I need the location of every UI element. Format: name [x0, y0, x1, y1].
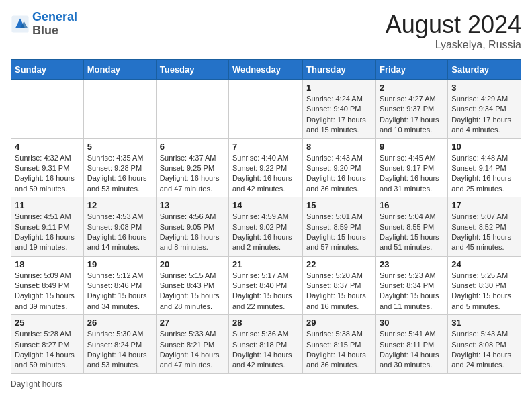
day-number: 10: [451, 142, 517, 152]
day-number: 17: [451, 200, 517, 210]
day-number: 28: [232, 318, 299, 328]
day-number: 9: [380, 142, 444, 152]
day-number: 5: [87, 142, 152, 152]
day-number: 22: [306, 259, 372, 269]
day-info: Sunrise: 4:37 AMSunset: 9:25 PMDaylight:…: [160, 153, 225, 195]
logo-icon: [11, 15, 30, 34]
day-number: 18: [15, 259, 80, 269]
day-number: 16: [380, 200, 444, 210]
day-cell: 7Sunrise: 4:40 AMSunset: 9:22 PMDaylight…: [228, 138, 302, 197]
day-info: Sunrise: 4:43 AMSunset: 9:20 PMDaylight:…: [306, 153, 372, 195]
day-info: Sunrise: 5:25 AMSunset: 8:30 PMDaylight:…: [451, 271, 517, 312]
day-info: Sunrise: 4:53 AMSunset: 9:08 PMDaylight:…: [87, 212, 152, 253]
week-row-5: 25Sunrise: 5:28 AMSunset: 8:27 PMDayligh…: [11, 315, 521, 374]
day-number: 2: [380, 83, 444, 93]
day-info: Sunrise: 5:20 AMSunset: 8:37 PMDaylight:…: [306, 271, 372, 312]
day-number: 24: [451, 259, 517, 269]
day-cell: 10Sunrise: 4:48 AMSunset: 9:14 PMDayligh…: [448, 138, 521, 197]
day-number: 8: [306, 142, 372, 152]
day-info: Sunrise: 4:40 AMSunset: 9:22 PMDaylight:…: [232, 153, 299, 195]
day-cell: 24Sunrise: 5:25 AMSunset: 8:30 PMDayligh…: [448, 256, 521, 315]
day-info: Sunrise: 5:30 AMSunset: 8:24 PMDaylight:…: [87, 329, 152, 371]
day-cell: 18Sunrise: 5:09 AMSunset: 8:49 PMDayligh…: [11, 256, 84, 315]
day-info: Sunrise: 5:12 AMSunset: 8:46 PMDaylight:…: [87, 271, 152, 312]
calendar-subtitle: Lyaskelya, Russia: [386, 39, 521, 51]
page-header: GeneralBlue August 2024 Lyaskelya, Russi…: [11, 11, 521, 51]
day-cell: [156, 80, 228, 139]
day-cell: [228, 80, 302, 139]
day-cell: 4Sunrise: 4:32 AMSunset: 9:31 PMDaylight…: [11, 138, 84, 197]
day-cell: 21Sunrise: 5:17 AMSunset: 8:40 PMDayligh…: [228, 256, 302, 315]
day-cell: 29Sunrise: 5:38 AMSunset: 8:15 PMDayligh…: [303, 315, 376, 374]
day-info: Sunrise: 4:35 AMSunset: 9:28 PMDaylight:…: [87, 153, 152, 195]
day-info: Sunrise: 5:15 AMSunset: 8:43 PMDaylight:…: [160, 271, 225, 312]
day-cell: 27Sunrise: 5:33 AMSunset: 8:21 PMDayligh…: [156, 315, 228, 374]
day-cell: 23Sunrise: 5:23 AMSunset: 8:34 PMDayligh…: [375, 256, 447, 315]
day-number: 1: [306, 83, 372, 93]
day-number: 25: [15, 318, 80, 328]
calendar-header-row: SundayMondayTuesdayWednesdayThursdayFrid…: [11, 60, 521, 80]
day-cell: 17Sunrise: 5:07 AMSunset: 8:52 PMDayligh…: [448, 197, 521, 257]
day-number: 3: [451, 83, 517, 93]
day-info: Sunrise: 5:36 AMSunset: 8:18 PMDaylight:…: [232, 329, 299, 371]
day-cell: 25Sunrise: 5:28 AMSunset: 8:27 PMDayligh…: [11, 315, 84, 374]
day-info: Sunrise: 4:32 AMSunset: 9:31 PMDaylight:…: [15, 153, 80, 195]
day-cell: 3Sunrise: 4:29 AMSunset: 9:34 PMDaylight…: [448, 80, 521, 139]
day-number: 4: [15, 142, 80, 152]
day-cell: 31Sunrise: 5:43 AMSunset: 8:08 PMDayligh…: [448, 315, 521, 374]
footer-note: Daylight hours: [11, 379, 521, 389]
day-number: 30: [380, 318, 444, 328]
day-info: Sunrise: 4:51 AMSunset: 9:11 PMDaylight:…: [15, 212, 80, 253]
day-info: Sunrise: 5:07 AMSunset: 8:52 PMDaylight:…: [451, 212, 517, 253]
day-number: 13: [160, 200, 225, 210]
day-info: Sunrise: 5:09 AMSunset: 8:49 PMDaylight:…: [15, 271, 80, 312]
day-number: 11: [15, 200, 80, 210]
day-cell: 8Sunrise: 4:43 AMSunset: 9:20 PMDaylight…: [303, 138, 376, 197]
title-block: August 2024 Lyaskelya, Russia: [386, 11, 521, 51]
day-info: Sunrise: 4:27 AMSunset: 9:37 PMDaylight:…: [380, 94, 444, 136]
day-cell: 20Sunrise: 5:15 AMSunset: 8:43 PMDayligh…: [156, 256, 228, 315]
header-wednesday: Wednesday: [228, 60, 302, 80]
day-cell: 11Sunrise: 4:51 AMSunset: 9:11 PMDayligh…: [11, 197, 84, 257]
day-cell: 15Sunrise: 5:01 AMSunset: 8:59 PMDayligh…: [303, 197, 376, 257]
day-cell: 5Sunrise: 4:35 AMSunset: 9:28 PMDaylight…: [83, 138, 156, 197]
day-info: Sunrise: 5:38 AMSunset: 8:15 PMDaylight:…: [306, 329, 372, 371]
day-cell: [11, 80, 84, 139]
day-cell: 6Sunrise: 4:37 AMSunset: 9:25 PMDaylight…: [156, 138, 228, 197]
day-number: 14: [232, 200, 299, 210]
day-cell: 1Sunrise: 4:24 AMSunset: 9:40 PMDaylight…: [303, 80, 376, 139]
day-info: Sunrise: 4:24 AMSunset: 9:40 PMDaylight:…: [306, 94, 372, 136]
day-number: 27: [160, 318, 225, 328]
calendar-body: 1Sunrise: 4:24 AMSunset: 9:40 PMDaylight…: [11, 80, 521, 374]
day-cell: 22Sunrise: 5:20 AMSunset: 8:37 PMDayligh…: [303, 256, 376, 315]
day-number: 26: [87, 318, 152, 328]
header-monday: Monday: [83, 60, 156, 80]
day-cell: 9Sunrise: 4:45 AMSunset: 9:17 PMDaylight…: [375, 138, 447, 197]
header-friday: Friday: [375, 60, 447, 80]
day-cell: 16Sunrise: 5:04 AMSunset: 8:55 PMDayligh…: [375, 197, 447, 257]
day-number: 19: [87, 259, 152, 269]
calendar-title: August 2024: [386, 11, 521, 39]
day-info: Sunrise: 5:17 AMSunset: 8:40 PMDaylight:…: [232, 271, 299, 312]
week-row-2: 4Sunrise: 4:32 AMSunset: 9:31 PMDaylight…: [11, 138, 521, 197]
day-info: Sunrise: 4:56 AMSunset: 9:05 PMDaylight:…: [160, 212, 225, 253]
day-info: Sunrise: 4:29 AMSunset: 9:34 PMDaylight:…: [451, 94, 517, 136]
week-row-1: 1Sunrise: 4:24 AMSunset: 9:40 PMDaylight…: [11, 80, 521, 139]
day-cell: 26Sunrise: 5:30 AMSunset: 8:24 PMDayligh…: [83, 315, 156, 374]
day-info: Sunrise: 5:28 AMSunset: 8:27 PMDaylight:…: [15, 329, 80, 371]
day-cell: 12Sunrise: 4:53 AMSunset: 9:08 PMDayligh…: [83, 197, 156, 257]
header-sunday: Sunday: [11, 60, 84, 80]
header-tuesday: Tuesday: [156, 60, 228, 80]
day-cell: [83, 80, 156, 139]
week-row-3: 11Sunrise: 4:51 AMSunset: 9:11 PMDayligh…: [11, 197, 521, 257]
header-saturday: Saturday: [448, 60, 521, 80]
day-cell: 13Sunrise: 4:56 AMSunset: 9:05 PMDayligh…: [156, 197, 228, 257]
day-number: 21: [232, 259, 299, 269]
day-cell: 28Sunrise: 5:36 AMSunset: 8:18 PMDayligh…: [228, 315, 302, 374]
day-info: Sunrise: 4:48 AMSunset: 9:14 PMDaylight:…: [451, 153, 517, 195]
week-row-4: 18Sunrise: 5:09 AMSunset: 8:49 PMDayligh…: [11, 256, 521, 315]
day-info: Sunrise: 5:41 AMSunset: 8:11 PMDaylight:…: [380, 329, 444, 371]
day-cell: 14Sunrise: 4:59 AMSunset: 9:02 PMDayligh…: [228, 197, 302, 257]
day-info: Sunrise: 5:01 AMSunset: 8:59 PMDaylight:…: [306, 212, 372, 253]
day-cell: 2Sunrise: 4:27 AMSunset: 9:37 PMDaylight…: [375, 80, 447, 139]
